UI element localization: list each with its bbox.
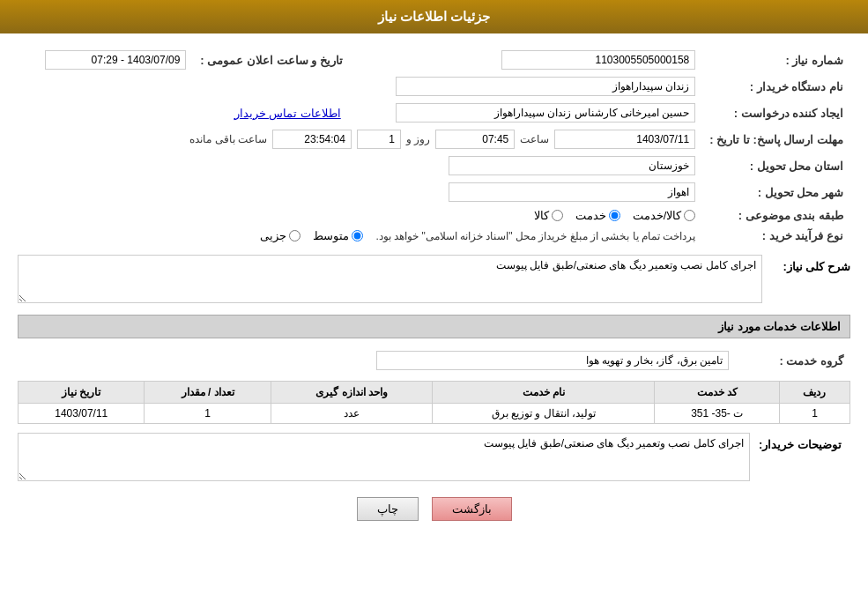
shahr-input[interactable]: [449, 182, 695, 202]
radio-khedmat[interactable]: خدمت: [575, 209, 620, 222]
tozih-textarea[interactable]: [18, 433, 750, 481]
saat-input[interactable]: [435, 130, 515, 149]
sharh-textarea[interactable]: [18, 255, 762, 303]
shomara-label: شماره نیاز :: [702, 47, 850, 73]
col-tarikh: تاریخ نیاز: [19, 382, 145, 404]
tozih-section: توضیحات خریدار:: [18, 433, 850, 484]
cell-tedad: 1: [145, 404, 271, 424]
ostan-label: استان محل تحویل :: [702, 152, 850, 179]
sharh-section: شرح کلی نیاز:: [18, 255, 850, 306]
page-header: جزئیات اطلاعات نیاز: [0, 0, 868, 33]
radio-kala[interactable]: کالا: [534, 209, 563, 222]
col-radif: ردیف: [779, 382, 849, 404]
tarikh-saat-label: تاریخ و ساعت اعلان عمومی :: [193, 47, 349, 73]
ettelaat-tamas-link[interactable]: اطلاعات تماس خریدار: [234, 107, 341, 120]
roz-input[interactable]: [357, 130, 401, 149]
page-title: جزئیات اطلاعات نیاز: [378, 9, 490, 24]
date-input[interactable]: [554, 130, 695, 149]
eijad-konande-input[interactable]: [396, 103, 695, 123]
saat-baqi-input[interactable]: [272, 130, 352, 149]
cell-nam: تولید، انتقال و توزیع برق: [433, 404, 655, 424]
cell-tarikh: 1403/07/11: [19, 404, 145, 424]
jozi-label: جزیی: [260, 229, 286, 242]
khadamat-section-title: اطلاعات خدمات مورد نیاز: [18, 315, 850, 338]
sharh-label: شرح کلی نیاز:: [762, 255, 850, 273]
khedmat-label: خدمت: [575, 209, 606, 222]
main-info-table: شماره نیاز : تاریخ و ساعت اعلان عمومی : …: [18, 47, 850, 246]
saat-baqi-label: ساعت باقی مانده: [189, 133, 267, 145]
motavaset-label: متوسط: [313, 229, 349, 242]
nam-dastgah-input[interactable]: [396, 77, 695, 96]
farayand-text: پرداخت تمام یا بخشی از مبلغ خریداز محل "…: [375, 230, 695, 242]
roz-o-label: روز و: [406, 133, 430, 145]
ostan-input[interactable]: [449, 156, 695, 175]
group-table: گروه خدمت :: [18, 347, 850, 374]
saat-label: ساعت: [520, 133, 549, 145]
nam-dastgah-label: نام دستگاه خریدار :: [702, 73, 850, 100]
tabaqe-label: طبقه بندی موضوعی :: [702, 205, 850, 226]
tarikh-saat-input[interactable]: [45, 50, 186, 70]
radio-kala-khedmat[interactable]: کالا/خدمت: [633, 209, 696, 222]
nove-farayand-label: نوع فرآیند خرید :: [702, 226, 850, 246]
cell-radif: 1: [779, 404, 849, 424]
back-button[interactable]: بازگشت: [432, 497, 512, 521]
shahr-label: شهر محل تحویل :: [702, 179, 850, 205]
tozih-label: توضیحات خریدار:: [750, 433, 850, 451]
group-input[interactable]: [376, 351, 729, 370]
col-tedad: تعداد / مقدار: [145, 382, 271, 404]
group-label: گروه خدمت :: [736, 347, 850, 374]
button-row: بازگشت چاپ: [18, 497, 850, 521]
col-nam: نام خدمت: [433, 382, 655, 404]
shomara-input[interactable]: [501, 50, 695, 70]
radio-motavaset[interactable]: متوسط: [313, 229, 363, 242]
mohlat-ersal-label: مهلت ارسال پاسخ: تا تاریخ :: [702, 126, 850, 152]
radio-jozi[interactable]: جزیی: [260, 229, 300, 242]
cell-vahed: عدد: [271, 404, 433, 424]
services-table: ردیف کد خدمت نام خدمت واحد اندازه گیری ت…: [18, 381, 850, 424]
table-row: 1ت -35- 351تولید، انتقال و توزیع برقعدد1…: [19, 404, 850, 424]
col-kod: کد خدمت: [655, 382, 780, 404]
col-vahed: واحد اندازه گیری: [271, 382, 433, 404]
print-button[interactable]: چاپ: [357, 497, 419, 521]
eijad-konande-label: ایجاد کننده درخواست :: [702, 100, 850, 126]
cell-kod: ت -35- 351: [655, 404, 780, 424]
kala-khedmat-label: کالا/خدمت: [633, 209, 682, 222]
kala-label: کالا: [534, 209, 549, 222]
